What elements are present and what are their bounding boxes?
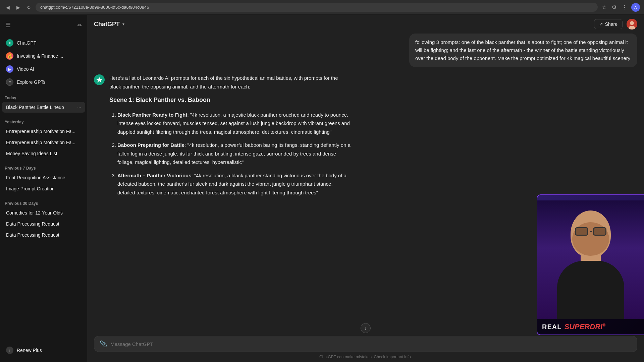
- sidebar-chatgpt-label: ChatGPT: [17, 40, 81, 46]
- sidebar: ☰ ✏ ✦ ChatGPT 💰 Investing & Finance ... …: [0, 15, 87, 362]
- header-left: ChatGPT ▾: [94, 21, 124, 28]
- black-panther-label: Black Panther Battle Lineup: [6, 105, 74, 110]
- real-text: REAL: [542, 323, 561, 331]
- user-avatar[interactable]: [627, 19, 637, 29]
- sidebar-prev7-section: Previous 7 Days Font Recognition Assista…: [0, 161, 87, 196]
- entrepreneurship-2-label: Entrepreneurship Motivation Fa...: [6, 140, 81, 145]
- renew-label: Renew Plus: [17, 348, 81, 353]
- user-message: following 3 prompts: one of the black pa…: [94, 34, 637, 67]
- forward-button[interactable]: ▶: [14, 3, 22, 11]
- list-item: Baboon Preparing for Battle: "4k resolut…: [117, 141, 351, 167]
- prev7-label: Previous 7 Days: [0, 163, 87, 172]
- video-icon: ▶: [6, 65, 13, 73]
- user-bubble: following 3 prompts: one of the black pa…: [409, 34, 637, 67]
- sidebar-item-image-prompt[interactable]: Image Prompt Creation: [2, 183, 85, 194]
- main-header: ChatGPT ▾ ↗ Share: [87, 15, 644, 34]
- sidebar-prev30-section: Previous 30 Days Comedies for 12-Year-Ol…: [0, 196, 87, 243]
- sidebar-explore-label: Explore GPTs: [17, 79, 81, 85]
- sidebar-video-label: Video AI: [17, 66, 81, 72]
- sidebar-item-video[interactable]: ▶ Video AI: [2, 63, 85, 75]
- sidebar-item-chatgpt[interactable]: ✦ ChatGPT: [2, 37, 85, 49]
- chevron-down-icon[interactable]: ▾: [122, 22, 124, 26]
- share-icon: ↗: [599, 21, 603, 27]
- address-bar[interactable]: [36, 3, 598, 12]
- assistant-avatar: [94, 74, 105, 85]
- video-person-area: [537, 200, 644, 319]
- star-icon[interactable]: ☆: [600, 3, 608, 11]
- sidebar-yesterday-section: Yesterday Entrepreneurship Motivation Fa…: [0, 115, 87, 161]
- today-label: Today: [0, 93, 87, 102]
- svg-point-1: [630, 21, 634, 25]
- browser-chrome: ◀ ▶ ↻ ☆ ⚙ ⋮ A: [0, 0, 644, 15]
- super-text: SuperDri®: [564, 322, 605, 331]
- sidebar-item-money-saving[interactable]: Money Saving Ideas List: [2, 148, 85, 159]
- font-recognition-label: Font Recognition Assistance: [6, 175, 81, 180]
- sidebar-item-black-panther[interactable]: Black Panther Battle Lineup ···: [2, 102, 85, 113]
- prompt-list: Black Panther Ready to Fight: "4k resolu…: [109, 111, 351, 197]
- sidebar-toggle-button[interactable]: ☰: [4, 20, 12, 30]
- sidebar-main-section: ✦ ChatGPT 💰 Investing & Finance ... ▶ Vi…: [0, 34, 87, 91]
- sidebar-today-section: Today Black Panther Battle Lineup ···: [0, 91, 87, 115]
- list-item: Black Panther Ready to Fight: "4k resolu…: [117, 111, 351, 136]
- browser-profile[interactable]: A: [631, 3, 640, 12]
- item-dots[interactable]: ···: [77, 105, 81, 110]
- video-content: REAL SuperDri®: [537, 195, 644, 335]
- scroll-down-button[interactable]: ↓: [361, 323, 371, 333]
- attach-button[interactable]: 📎: [100, 340, 107, 348]
- list-item: Aftermath – Panther Victorious: "4k reso…: [117, 171, 351, 197]
- video-text-bar: REAL SuperDri®: [537, 319, 644, 335]
- yesterday-label: Yesterday: [0, 117, 87, 126]
- prompt-1-title: Black Panther Ready to Fight: [117, 112, 187, 118]
- main-content: ChatGPT ▾ ↗ Share: [87, 15, 644, 362]
- entrepreneurship-1-label: Entrepreneurship Motivation Fa...: [6, 129, 81, 134]
- sidebar-investing-label: Investing & Finance ...: [17, 53, 81, 59]
- extension-icon[interactable]: ⚙: [610, 3, 618, 11]
- chatgpt-title: ChatGPT: [94, 21, 120, 28]
- image-prompt-label: Image Prompt Creation: [6, 186, 81, 191]
- scene-heading: Scene 1: Black Panther vs. Baboon: [109, 95, 351, 105]
- message-input-box: 📎: [94, 336, 637, 352]
- assistant-message: Here's a list of Leonardo AI prompts for…: [94, 74, 637, 201]
- share-button[interactable]: ↗ Share: [594, 19, 623, 29]
- sidebar-item-explore[interactable]: # Explore GPTs: [2, 76, 85, 88]
- sidebar-item-entrepreneurship-1[interactable]: Entrepreneurship Motivation Fa...: [2, 126, 85, 137]
- app-container: ☰ ✏ ✦ ChatGPT 💰 Investing & Finance ... …: [0, 15, 644, 362]
- browser-icons: ☆ ⚙ ⋮ A: [600, 3, 640, 12]
- data-processing-1-label: Data Processing Request: [6, 221, 81, 227]
- back-button[interactable]: ◀: [4, 3, 12, 11]
- data-processing-2-label: Data Processing Request: [6, 232, 81, 238]
- new-chat-button[interactable]: ✏: [76, 21, 83, 30]
- chatgpt-icon: ✦: [6, 39, 13, 47]
- sidebar-item-data-processing-1[interactable]: Data Processing Request: [2, 219, 85, 229]
- sidebar-item-font-recognition[interactable]: Font Recognition Assistance: [2, 172, 85, 183]
- renew-icon: ↑: [6, 347, 13, 354]
- money-saving-label: Money Saving Ideas List: [6, 151, 81, 156]
- sidebar-item-comedies[interactable]: Comedies for 12-Year-Olds: [2, 207, 85, 218]
- assistant-intro: Here's a list of Leonardo AI prompts for…: [109, 74, 351, 91]
- sidebar-item-investing[interactable]: 💰 Investing & Finance ...: [2, 50, 85, 62]
- video-overlay: REAL SuperDri®: [537, 194, 644, 335]
- header-right: ↗ Share: [594, 19, 637, 29]
- prompt-3-title: Aftermath – Panther Victorious: [117, 173, 192, 178]
- refresh-button[interactable]: ↻: [25, 3, 33, 11]
- sidebar-item-data-processing-2[interactable]: Data Processing Request: [2, 230, 85, 240]
- disclaimer-text: ChatGPT can make mistakes. Check importa…: [94, 355, 637, 359]
- prompt-2-title: Baboon Preparing for Battle: [117, 142, 184, 148]
- message-input[interactable]: [110, 341, 632, 347]
- user-message-text: following 3 prompts: one of the black pa…: [415, 39, 630, 61]
- assistant-text-content: Here's a list of Leonardo AI prompts for…: [109, 74, 351, 201]
- share-label: Share: [605, 21, 618, 27]
- sidebar-top: ☰ ✏: [0, 17, 87, 34]
- avatar-image: [627, 19, 637, 29]
- investing-icon: 💰: [6, 52, 13, 60]
- chatgpt-logo: [96, 76, 103, 83]
- settings-icon[interactable]: ⋮: [621, 3, 629, 11]
- prev30-label: Previous 30 Days: [0, 198, 87, 207]
- sidebar-item-renew[interactable]: ↑ Renew Plus: [2, 344, 85, 357]
- sidebar-item-entrepreneurship-2[interactable]: Entrepreneurship Motivation Fa...: [2, 137, 85, 148]
- explore-icon: #: [6, 78, 13, 86]
- comedies-label: Comedies for 12-Year-Olds: [6, 210, 81, 216]
